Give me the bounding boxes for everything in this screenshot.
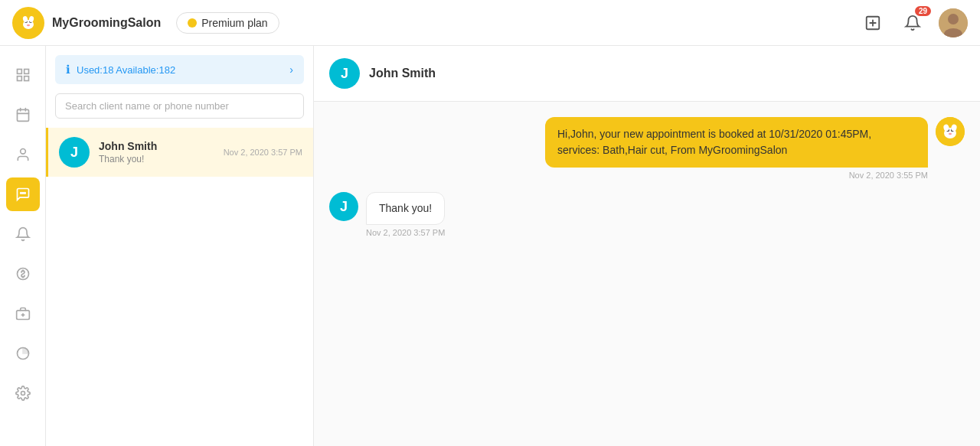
svg-point-8 xyxy=(30,21,31,21)
contact-name: John Smith xyxy=(99,140,214,152)
svg-point-6 xyxy=(27,24,30,25)
svg-rect-15 xyxy=(17,70,21,74)
contact-preview: Thank you! xyxy=(99,154,214,164)
brand-logo[interactable]: MyGroomingSalon xyxy=(12,7,161,39)
sidebar-item-dashboard[interactable] xyxy=(6,58,40,92)
contact-avatar: J xyxy=(59,137,90,168)
sidebar-item-calendar[interactable] xyxy=(6,98,40,132)
sidebar-item-billing[interactable] xyxy=(6,257,40,291)
navbar-right: 29 xyxy=(859,8,968,37)
premium-dot-icon xyxy=(188,18,197,28)
svg-rect-17 xyxy=(17,77,21,81)
svg-point-39 xyxy=(949,133,952,135)
svg-point-32 xyxy=(21,392,24,396)
usage-arrow-icon: › xyxy=(289,63,293,76)
sidebar-item-reports[interactable] xyxy=(6,337,40,370)
contacts-panel: ℹ Used:18 Available:182 › J John Smith T… xyxy=(46,46,314,446)
premium-label: Premium plan xyxy=(201,17,267,29)
incoming-timestamp: Nov 2, 2020 3:57 PM xyxy=(366,228,445,237)
premium-plan-button[interactable]: Premium plan xyxy=(176,12,279,34)
add-button[interactable] xyxy=(859,9,887,37)
outgoing-timestamp: Nov 2, 2020 3:55 PM xyxy=(545,171,928,180)
sidebar-nav xyxy=(0,46,46,446)
chat-header-avatar: J xyxy=(329,58,360,89)
usage-text: Used:18 Available:182 xyxy=(77,64,283,76)
svg-point-7 xyxy=(25,21,26,21)
sidebar-item-settings[interactable] xyxy=(6,376,40,410)
svg-rect-19 xyxy=(17,109,28,121)
outgoing-avatar xyxy=(936,117,965,146)
info-icon: ℹ xyxy=(66,63,70,77)
chat-header-name: John Smith xyxy=(369,67,436,80)
sidebar-item-alerts[interactable] xyxy=(6,217,40,251)
message-incoming: J Thank you! Nov 2, 2020 3:57 PM xyxy=(329,192,965,237)
notification-wrapper: 29 xyxy=(899,9,926,37)
incoming-bubble: Thank you! xyxy=(366,192,445,225)
svg-point-26 xyxy=(24,193,25,194)
contact-item[interactable]: J John Smith Thank you! Nov 2, 2020 3:57… xyxy=(46,128,313,177)
outgoing-bubble: Hi,John, your new appointment is booked … xyxy=(545,117,928,168)
outgoing-bubble-wrapper: Hi,John, your new appointment is booked … xyxy=(545,117,928,180)
search-input[interactable] xyxy=(65,100,294,112)
svg-rect-16 xyxy=(24,70,28,74)
chat-header: J John Smith xyxy=(314,46,980,102)
sidebar-item-messages[interactable] xyxy=(6,177,40,211)
notification-badge: 29 xyxy=(915,6,931,16)
svg-point-24 xyxy=(20,193,21,194)
incoming-content: Thank you! Nov 2, 2020 3:57 PM xyxy=(366,192,445,237)
chat-messages: Hi,John, your new appointment is booked … xyxy=(314,102,980,446)
contact-time: Nov 2, 2020 3:57 PM xyxy=(224,148,302,157)
sidebar-item-clients[interactable] xyxy=(6,138,40,171)
svg-point-13 xyxy=(948,14,959,24)
main-layout: ℹ Used:18 Available:182 › J John Smith T… xyxy=(0,46,980,446)
usage-bar[interactable]: ℹ Used:18 Available:182 › xyxy=(55,55,304,84)
navbar: MyGroomingSalon Premium plan 29 xyxy=(0,0,980,46)
sidebar-item-briefcase[interactable] xyxy=(6,297,40,330)
chat-area: J John Smith Hi,John, your new appointme… xyxy=(314,46,980,446)
user-avatar[interactable] xyxy=(939,8,968,37)
svg-point-25 xyxy=(22,193,24,194)
incoming-avatar: J xyxy=(329,192,358,221)
message-outgoing: Hi,John, your new appointment is booked … xyxy=(329,117,965,180)
svg-point-23 xyxy=(20,149,25,155)
svg-rect-18 xyxy=(24,77,28,81)
contact-info: John Smith Thank you! xyxy=(99,140,214,164)
brand-name: MyGroomingSalon xyxy=(52,16,161,30)
search-box[interactable] xyxy=(55,93,304,119)
logo-icon xyxy=(12,7,44,39)
